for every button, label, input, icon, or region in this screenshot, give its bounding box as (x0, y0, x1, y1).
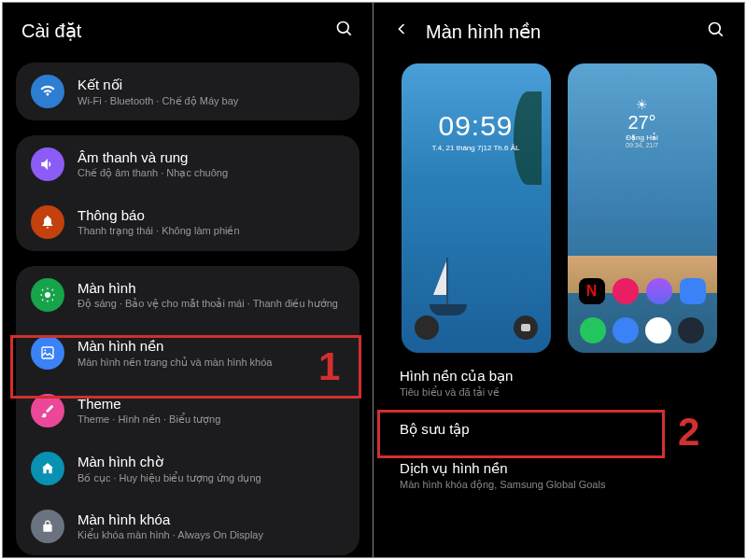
option-your-wallpapers[interactable]: Hình nền của bạn Tiêu biểu và đã tải về (374, 357, 744, 410)
wifi-icon (31, 75, 64, 108)
item-sub: Màn hình nền trang chủ và màn hình khóa (78, 357, 345, 369)
search-icon[interactable] (335, 20, 354, 42)
svg-point-5 (710, 22, 721, 34)
header-right: Màn hình nền (374, 3, 744, 63)
item-title: Màn hình chờ (78, 454, 345, 470)
page-title: Màn hình nền (426, 21, 541, 43)
svg-point-2 (45, 292, 50, 298)
settings-group: Kết nối Wi-Fi · Bluetooth · Chế độ Máy b… (16, 63, 359, 120)
svg-line-6 (719, 32, 723, 35)
phone-shortcut-icon (415, 315, 439, 340)
settings-group: Âm thanh và rung Chế độ âm thanh · Nhạc … (16, 135, 359, 251)
settings-item-display[interactable]: Màn hình Độ sáng · Bảo vệ cho mắt thoải … (16, 266, 359, 324)
option-sub: Màn hình khóa động, Samsung Global Goals (400, 479, 718, 491)
annotation-number-1: 1 (318, 344, 340, 389)
back-icon[interactable] (392, 20, 411, 43)
item-title: Màn hình nền (78, 338, 345, 355)
option-title: Hình nền của bạn (400, 368, 718, 385)
svg-point-0 (338, 22, 349, 34)
brush-icon (31, 394, 64, 427)
settings-item-notifications[interactable]: Thông báo Thanh trạng thái · Không làm p… (16, 193, 359, 251)
settings-item-theme[interactable]: Theme Theme · Hình nền · Biểu tượng (16, 382, 359, 440)
settings-item-sound[interactable]: Âm thanh và rung Chế độ âm thanh · Nhạc … (16, 135, 359, 193)
settings-group: Màn hình Độ sáng · Bảo vệ cho mắt thoải … (16, 266, 359, 555)
home-icon (31, 452, 64, 485)
weather-widget: ☀ 27° Đặng Hải 09:34, 21/7 (568, 97, 717, 148)
svg-line-1 (347, 32, 351, 35)
dock (568, 317, 717, 343)
item-title: Thông báo (78, 207, 345, 223)
settings-item-standby[interactable]: Màn hình chờ Bố cục · Huy hiệu biểu tượn… (16, 440, 359, 497)
wallpaper-panel: Màn hình nền 09:59 T.4, 21 tháng 7|12 Th… (374, 3, 744, 557)
item-title: Kết nối (78, 77, 345, 93)
lock-clock: 09:59 T.4, 21 tháng 7|12 Th.6 ÂL (402, 110, 551, 152)
app-icon (646, 278, 672, 304)
item-title: Màn hình (78, 280, 345, 296)
lock-icon (31, 510, 64, 543)
image-icon (31, 336, 64, 370)
camera-shortcut-icon (514, 315, 538, 340)
option-sub: Tiêu biểu và đã tải về (400, 386, 718, 399)
search-icon[interactable] (707, 21, 726, 43)
app-icon (613, 278, 639, 304)
svg-rect-3 (42, 347, 53, 358)
bell-icon (31, 205, 64, 239)
weather-location: Đặng Hải (568, 133, 717, 142)
messages-icon (613, 317, 639, 343)
app-row: N (568, 278, 717, 304)
option-title: Dịch vụ hình nền (400, 460, 718, 477)
item-sub: Theme · Hình nền · Biểu tượng (78, 413, 345, 426)
option-title: Bộ sưu tập (400, 421, 718, 438)
browser-icon (645, 317, 671, 343)
homescreen-preview[interactable]: ☀ 27° Đặng Hải 09:34, 21/7 N (568, 63, 717, 353)
lock-time: 09:59 (402, 110, 551, 142)
phone-icon (580, 317, 606, 343)
item-sub: Độ sáng · Bảo vệ cho mắt thoải mái · Tha… (78, 298, 345, 310)
settings-item-lockscreen[interactable]: Màn hình khóa Kiểu khóa màn hình · Alway… (16, 497, 359, 555)
page-title: Cài đặt (21, 20, 81, 42)
item-title: Theme (78, 396, 345, 412)
app-icon (680, 278, 706, 304)
settings-item-connections[interactable]: Kết nối Wi-Fi · Bluetooth · Chế độ Máy b… (16, 63, 359, 120)
lock-date: T.4, 21 tháng 7|12 Th.6 ÂL (402, 144, 551, 152)
settings-item-wallpaper[interactable]: Màn hình nền Màn hình nền trang chủ và m… (16, 324, 359, 382)
wallpaper-previews: 09:59 T.4, 21 tháng 7|12 Th.6 ÂL ☀ 27° Đ… (374, 63, 744, 353)
item-sub: Bố cục · Huy hiệu biểu tượng ứng dụng (78, 472, 345, 484)
option-wallpaper-services[interactable]: Dịch vụ hình nền Màn hình khóa động, Sam… (374, 449, 744, 502)
camera-icon (678, 317, 704, 343)
annotation-number-2: 2 (678, 410, 699, 455)
svg-point-4 (44, 349, 46, 351)
item-sub: Wi-Fi · Bluetooth · Chế độ Máy bay (78, 95, 345, 107)
weather-temp: 27° (568, 112, 717, 133)
weather-details: 09:34, 21/7 (568, 142, 717, 148)
item-sub: Kiểu khóa màn hình · Always On Display (78, 529, 345, 541)
sun-icon (31, 278, 64, 312)
item-sub: Chế độ âm thanh · Nhạc chuông (78, 167, 345, 179)
item-title: Âm thanh và rung (78, 149, 345, 165)
sound-icon (31, 147, 64, 181)
item-title: Màn hình khóa (78, 511, 345, 527)
settings-panel: Cài đặt Kết nối Wi-Fi · Bluetooth · Chế … (3, 3, 374, 557)
app-icon: N (579, 278, 605, 304)
item-sub: Thanh trạng thái · Không làm phiền (78, 225, 345, 237)
wallpaper-options: Hình nền của bạn Tiêu biểu và đã tải về … (374, 353, 744, 506)
lockscreen-preview[interactable]: 09:59 T.4, 21 tháng 7|12 Th.6 ÂL (402, 63, 551, 353)
header-left: Cài đặt (3, 3, 373, 63)
